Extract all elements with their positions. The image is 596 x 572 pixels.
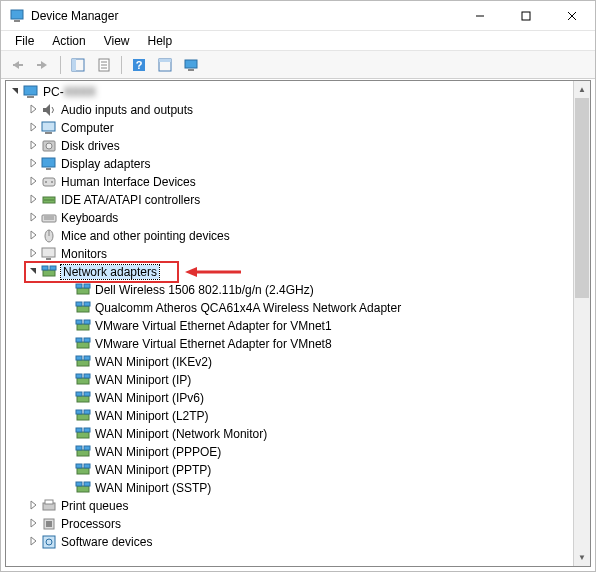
help-button[interactable]: ? (127, 54, 151, 76)
collapse-icon[interactable] (8, 86, 22, 98)
tree-item-label: Monitors (61, 247, 107, 261)
close-button[interactable] (549, 1, 595, 30)
tree-item-label: Qualcomm Atheros QCA61x4A Wireless Netwo… (95, 301, 401, 315)
tree-category-ide-ata-atapi-controllers[interactable]: IDE ATA/ATAPI controllers (6, 191, 573, 209)
svg-rect-53 (76, 338, 82, 342)
tree-device-item[interactable]: Dell Wireless 1506 802.11b/g/n (2.4GHz) (6, 281, 573, 299)
tree-category-software-devices[interactable]: Software devices (6, 533, 573, 551)
scroll-up-button[interactable]: ▲ (574, 81, 590, 98)
scroll-down-button[interactable]: ▼ (574, 549, 590, 566)
expand-icon[interactable] (26, 212, 40, 224)
svg-point-25 (46, 143, 52, 149)
tree-category-display-adapters[interactable]: Display adapters (6, 155, 573, 173)
tree-category-mice-and-other-pointing-devices[interactable]: Mice and other pointing devices (6, 227, 573, 245)
tree-item-label: Display adapters (61, 157, 150, 171)
window-controls (457, 1, 595, 30)
vertical-scrollbar[interactable]: ▲ ▼ (573, 81, 590, 566)
device-display-button[interactable] (179, 54, 203, 76)
scan-hardware-button[interactable] (153, 54, 177, 76)
tree-device-item[interactable]: WAN Miniport (L2TP) (6, 407, 573, 425)
properties-button[interactable] (92, 54, 116, 76)
menu-file[interactable]: File (7, 32, 42, 50)
show-hide-console-tree-button[interactable] (66, 54, 90, 76)
tree-category-computer[interactable]: Computer (6, 119, 573, 137)
tree-device-item[interactable]: WAN Miniport (Network Monitor) (6, 425, 573, 443)
tree-item-label: Network adapters (61, 265, 159, 279)
network-icon (75, 282, 91, 298)
tree-device-item[interactable]: WAN Miniport (PPTP) (6, 461, 573, 479)
scroll-thumb[interactable] (575, 98, 589, 298)
expand-icon[interactable] (26, 500, 40, 512)
tree-device-item[interactable]: WAN Miniport (IPv6) (6, 389, 573, 407)
expand-icon[interactable] (26, 140, 40, 152)
tree-item-label: Mice and other pointing devices (61, 229, 230, 243)
tree-item-label: WAN Miniport (L2TP) (95, 409, 209, 423)
svg-point-30 (51, 181, 53, 183)
menu-action[interactable]: Action (44, 32, 93, 50)
tree-item-label: WAN Miniport (IPv6) (95, 391, 204, 405)
svg-rect-22 (42, 122, 55, 131)
network-icon (75, 426, 91, 442)
svg-rect-69 (84, 428, 90, 432)
hid-icon (41, 174, 57, 190)
svg-rect-65 (76, 410, 82, 414)
keyboard-icon (41, 210, 57, 226)
tree-item-label: Human Interface Devices (61, 175, 196, 189)
toolbar-separator (121, 56, 122, 74)
menubar: File Action View Help (1, 31, 595, 51)
svg-rect-39 (46, 258, 51, 260)
svg-rect-52 (77, 342, 89, 348)
collapse-icon[interactable] (26, 266, 40, 278)
tree-item-label: WAN Miniport (PPTP) (95, 463, 211, 477)
tree-category-monitors[interactable]: Monitors (6, 245, 573, 263)
maximize-button[interactable] (503, 1, 549, 30)
ide-icon (41, 192, 57, 208)
svg-rect-28 (43, 178, 55, 186)
tree-category-processors[interactable]: Processors (6, 515, 573, 533)
tree-category-keyboards[interactable]: Keyboards (6, 209, 573, 227)
audio-icon (41, 102, 57, 118)
tree-device-item[interactable]: VMware Virtual Ethernet Adapter for VMne… (6, 335, 573, 353)
tree-category-network-adapters[interactable]: Network adapters (6, 263, 573, 281)
expand-icon[interactable] (26, 518, 40, 530)
scroll-track[interactable] (574, 98, 590, 549)
tree-device-item[interactable]: VMware Virtual Ethernet Adapter for VMne… (6, 317, 573, 335)
expand-icon[interactable] (26, 158, 40, 170)
svg-rect-75 (84, 464, 90, 468)
expand-icon[interactable] (26, 230, 40, 242)
tree-item-label: Audio inputs and outputs (61, 103, 193, 117)
tree-category-disk-drives[interactable]: Disk drives (6, 137, 573, 155)
menu-view[interactable]: View (96, 32, 138, 50)
tree-item-label: WAN Miniport (IKEv2) (95, 355, 212, 369)
minimize-button[interactable] (457, 1, 503, 30)
tree-device-item[interactable]: WAN Miniport (PPPOE) (6, 443, 573, 461)
tree-device-item[interactable]: WAN Miniport (IP) (6, 371, 573, 389)
tree-item-label: WAN Miniport (IP) (95, 373, 191, 387)
expand-icon[interactable] (26, 104, 40, 116)
tree-root[interactable]: PC-XXXX (6, 83, 573, 101)
back-button[interactable] (5, 54, 29, 76)
tree-category-human-interface-devices[interactable]: Human Interface Devices (6, 173, 573, 191)
expand-icon[interactable] (26, 194, 40, 206)
tree-device-item[interactable]: WAN Miniport (SSTP) (6, 479, 573, 497)
expand-icon[interactable] (26, 248, 40, 260)
redacted-text: XXXX (64, 85, 96, 99)
svg-rect-80 (45, 500, 53, 504)
expand-icon[interactable] (26, 122, 40, 134)
svg-rect-82 (46, 521, 52, 527)
tree-category-audio-inputs-and-outputs[interactable]: Audio inputs and outputs (6, 101, 573, 119)
network-icon (75, 444, 91, 460)
network-icon (75, 300, 91, 316)
device-tree[interactable]: PC-XXXXAudio inputs and outputsComputerD… (6, 81, 573, 566)
computer-icon (41, 120, 57, 136)
tree-item-label: WAN Miniport (SSTP) (95, 481, 211, 495)
tree-item-label: WAN Miniport (PPPOE) (95, 445, 221, 459)
tree-device-item[interactable]: Qualcomm Atheros QCA61x4A Wireless Netwo… (6, 299, 573, 317)
expand-icon[interactable] (26, 536, 40, 548)
expand-icon[interactable] (26, 176, 40, 188)
menu-help[interactable]: Help (140, 32, 181, 50)
tree-item-label: VMware Virtual Ethernet Adapter for VMne… (95, 319, 332, 333)
forward-button[interactable] (31, 54, 55, 76)
tree-device-item[interactable]: WAN Miniport (IKEv2) (6, 353, 573, 371)
tree-category-print-queues[interactable]: Print queues (6, 497, 573, 515)
